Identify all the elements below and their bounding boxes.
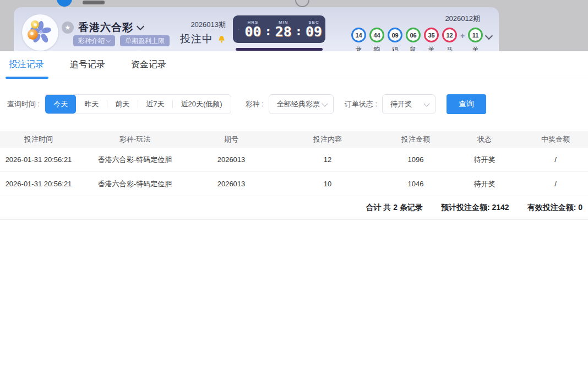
chevron-down-icon[interactable]: [485, 32, 493, 40]
chevron-down-icon[interactable]: [137, 23, 144, 30]
draw-ball: 44 狗: [369, 28, 384, 51]
countdown-hours: 00: [244, 25, 261, 39]
order-status-select[interactable]: 待开奖: [382, 94, 435, 114]
col-win-amount: 中奖金额: [523, 131, 588, 148]
col-bet-time: 投注时间: [0, 131, 77, 148]
betting-status-block: 2026013期 投注中: [175, 20, 226, 46]
table-summary-row: 合计 共 2 条记录 预计投注金额: 2142 有效投注金额: 0: [0, 196, 588, 220]
table-row: 2026-01-31 20:56:21 香港六合彩-特码定位胆 2026013 …: [0, 148, 588, 172]
summary-expected-amount: 预计投注金额: 2142: [441, 203, 509, 213]
draw-ball: 09 鸡: [388, 28, 402, 51]
col-bet-content: 投注内容: [270, 131, 385, 148]
bet-records-table: 投注时间 彩种-玩法 期号 投注内容 投注金额 状态 中奖金额 2026-01-…: [0, 131, 588, 196]
favorite-star-icon[interactable]: ★: [62, 21, 74, 34]
draw-ball-special: 11 羊: [468, 28, 483, 51]
last-draw-result: 2026012期 14 龙 44 狗 09 鸡 06 鼠: [351, 14, 496, 51]
countdown-timer: HRS 00 : MIN 28 : SEC 09: [233, 15, 325, 43]
time-option-yesterday[interactable]: 昨天: [76, 95, 107, 114]
time-filter-label: 查询时间 :: [7, 99, 40, 109]
active-tab-underline: [6, 77, 48, 79]
draw-ball: 06 鼠: [406, 28, 421, 51]
table-header-row: 投注时间 彩种-玩法 期号 投注内容 投注金额 状态 中奖金额: [0, 131, 588, 148]
tab-chase-records[interactable]: 追号记录: [70, 59, 105, 71]
betting-status: 投注中: [180, 32, 213, 46]
search-button[interactable]: 查询: [447, 94, 486, 114]
profit-limit-button[interactable]: 单期盈利上限: [120, 35, 170, 46]
last-draw-issue: 2026012期: [351, 14, 496, 24]
yellow-lottery-ball-icon: [31, 20, 39, 29]
col-lottery-play: 彩种-玩法: [77, 131, 193, 148]
orange-lottery-ball-icon: [28, 29, 38, 40]
draw-ball: 14 龙: [351, 28, 366, 51]
lottery-title-row: ★ 香港六合彩: [62, 20, 143, 35]
table-row: 2026-01-31 20:56:21 香港六合彩-特码定位胆 2026013 …: [0, 172, 588, 196]
countdown-seconds: 09: [306, 25, 322, 39]
tab-fund-records[interactable]: 资金记录: [131, 59, 166, 71]
time-option-20days[interactable]: 近20天(低频): [172, 95, 230, 114]
summary-total: 合计 共 2 条记录: [366, 203, 422, 213]
records-panel: 投注记录 追号记录 资金记录 查询时间 : 今天 昨天 前天 近7天 近20天(…: [0, 51, 588, 366]
draw-ball: 12 马: [442, 28, 457, 51]
chevron-down-icon: [322, 100, 328, 106]
alarm-clock-icon: [238, 26, 239, 33]
countdown-minutes: 28: [275, 25, 292, 39]
time-option-7days[interactable]: 近7天: [138, 95, 172, 114]
time-filter-group: 今天 昨天 前天 近7天 近20天(低频): [45, 94, 231, 114]
lottery-name[interactable]: 香港六合彩: [78, 20, 133, 35]
lottery-intro-button[interactable]: 彩种介绍: [73, 35, 115, 46]
lottery-pill-buttons: 彩种介绍 单期盈利上限: [73, 35, 170, 46]
order-status-label: 订单状态 :: [345, 99, 377, 109]
countdown-progress-bar: [236, 48, 323, 51]
clipped-site-logo-text: [83, 1, 105, 4]
col-issue: 期号: [193, 131, 270, 148]
draw-ball: 35 羊: [424, 28, 439, 51]
draw-balls-row: 14 龙 44 狗 09 鸡 06 鼠 35 羊: [351, 28, 496, 51]
chevron-down-icon: [423, 100, 429, 106]
record-tabs: 投注记录 追号记录 资金记录: [0, 51, 588, 78]
filter-bar: 查询时间 : 今天 昨天 前天 近7天 近20天(低频) 彩种 : 全部经典彩票…: [7, 94, 588, 114]
lottery-logo: [22, 14, 58, 51]
time-option-day-before[interactable]: 前天: [107, 95, 138, 114]
summary-valid-amount: 有效投注金额: 0: [527, 203, 582, 213]
lottery-select[interactable]: 全部经典彩票: [269, 94, 334, 114]
lottery-filter-label: 彩种 :: [246, 99, 264, 109]
lottery-header-card: ★ 香港六合彩 彩种介绍 单期盈利上限 2026013期 投注中: [14, 7, 499, 51]
current-issue: 2026013期: [175, 20, 226, 30]
chevron-down-icon: [106, 38, 111, 42]
clipped-site-logo-icon: [57, 0, 72, 7]
plus-sign: +: [460, 31, 465, 40]
time-option-today[interactable]: 今天: [45, 95, 76, 114]
bell-icon[interactable]: [217, 35, 226, 44]
col-status: 状态: [446, 131, 523, 148]
tab-bet-records[interactable]: 投注记录: [9, 59, 44, 71]
clipped-circle-icon: [295, 0, 309, 7]
col-bet-amount: 投注金额: [385, 131, 446, 148]
page: ★ 香港六合彩 彩种介绍 单期盈利上限 2026013期 投注中: [0, 0, 588, 366]
